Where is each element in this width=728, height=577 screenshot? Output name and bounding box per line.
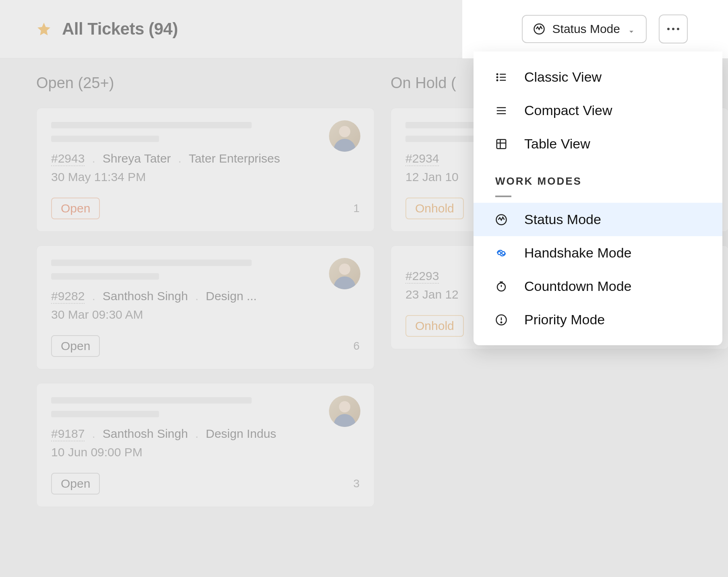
svg-point-18 xyxy=(502,251,505,255)
status-mode-dropdown-button[interactable]: Status Mode xyxy=(522,15,647,43)
svg-point-17 xyxy=(498,251,501,255)
ticket-card[interactable]: #2943.Shreya Tater.Tater Enterprises30 M… xyxy=(36,108,374,232)
star-icon xyxy=(36,21,52,37)
svg-rect-13 xyxy=(497,139,506,148)
countdown-icon xyxy=(495,280,507,293)
ticket-count: 6 xyxy=(353,340,360,352)
ticket-person: Santhosh Singh xyxy=(103,427,188,441)
svg-point-8 xyxy=(497,80,498,81)
svg-point-24 xyxy=(501,322,502,323)
board-column: Open (25+)#2943.Shreya Tater.Tater Enter… xyxy=(36,74,374,561)
ticket-company: Design ... xyxy=(206,289,257,303)
view-mode-dropdown: Classic ViewCompact ViewTable ViewWORK M… xyxy=(474,52,722,345)
menu-item-label: Countdown Mode xyxy=(524,278,632,294)
svg-point-2 xyxy=(672,28,674,30)
menu-item-countdown-mode[interactable]: Countdown Mode xyxy=(474,270,722,303)
ticket-meta: #2943.Shreya Tater.Tater Enterprises xyxy=(51,152,360,166)
svg-point-6 xyxy=(497,76,498,78)
status-badge[interactable]: Open xyxy=(51,198,100,219)
menu-item-classic-view[interactable]: Classic View xyxy=(474,60,722,94)
menu-item-label: Handshake Mode xyxy=(524,245,632,261)
skeleton-line xyxy=(51,260,252,266)
ticket-count: 3 xyxy=(353,477,360,490)
skeleton-line xyxy=(51,397,252,404)
ticket-timestamp: 30 May 11:34 PM xyxy=(51,170,360,184)
ticket-meta: #9187.Santhosh Singh.Design Indus xyxy=(51,427,360,441)
ticket-company: Tater Enterprises xyxy=(189,152,280,165)
ticket-id[interactable]: #2943 xyxy=(51,152,85,166)
ticket-id[interactable]: #9187 xyxy=(51,427,85,441)
page-title: All Tickets (94) xyxy=(62,19,178,39)
ticket-timestamp: 10 Jun 09:00 PM xyxy=(51,445,360,459)
ticket-id[interactable]: #2934 xyxy=(405,152,439,166)
menu-item-label: Status Mode xyxy=(524,212,601,227)
status-badge[interactable]: Onhold xyxy=(405,315,464,337)
svg-point-1 xyxy=(667,28,670,30)
avatar xyxy=(329,120,360,152)
menu-item-compact-view[interactable]: Compact View xyxy=(474,94,722,127)
menu-item-label: Priority Mode xyxy=(524,312,605,328)
ticket-person: Santhosh Singh xyxy=(103,289,188,303)
ticket-card[interactable]: #9187.Santhosh Singh.Design Indus10 Jun … xyxy=(36,383,374,507)
status-badge[interactable]: Open xyxy=(51,335,100,357)
svg-point-3 xyxy=(677,28,679,30)
skeleton-line xyxy=(51,122,252,128)
chevron-down-icon xyxy=(627,25,635,33)
menu-divider xyxy=(495,196,511,197)
more-options-button[interactable] xyxy=(659,14,688,43)
mode-button-label: Status Mode xyxy=(552,22,620,36)
menu-item-priority-mode[interactable]: Priority Mode xyxy=(474,303,722,336)
table-icon xyxy=(495,138,507,150)
ticket-company: Design Indus xyxy=(206,427,276,441)
avatar xyxy=(329,396,360,427)
svg-point-4 xyxy=(497,74,498,75)
priority-icon xyxy=(495,314,507,326)
status-badge[interactable]: Open xyxy=(51,473,100,495)
more-horizontal-icon xyxy=(666,26,680,32)
avatar xyxy=(329,258,360,289)
menu-section-header: WORK MODES xyxy=(474,161,722,192)
status-badge[interactable]: Onhold xyxy=(405,198,464,219)
column-title: Open (25+) xyxy=(36,74,374,92)
ticket-person: Shreya Tater xyxy=(103,152,171,165)
menu-item-label: Compact View xyxy=(524,103,612,118)
skeleton-line xyxy=(51,411,159,417)
status-icon xyxy=(495,214,507,226)
menu-item-label: Table View xyxy=(524,136,590,152)
menu-item-label: Classic View xyxy=(524,69,602,85)
ticket-meta: #9282.Santhosh Singh.Design ... xyxy=(51,289,360,304)
lines-icon xyxy=(495,105,507,117)
status-icon xyxy=(533,23,545,35)
ticket-id[interactable]: #2293 xyxy=(405,269,439,284)
ticket-timestamp: 30 Mar 09:30 AM xyxy=(51,308,360,321)
skeleton-line xyxy=(51,136,159,142)
menu-item-status-mode[interactable]: Status Mode xyxy=(474,203,722,236)
handshake-icon xyxy=(495,247,507,259)
ticket-id[interactable]: #9282 xyxy=(51,289,85,304)
ticket-count: 1 xyxy=(353,202,360,215)
ticket-card[interactable]: #9282.Santhosh Singh.Design ...30 Mar 09… xyxy=(36,245,374,369)
list-icon xyxy=(495,71,507,83)
menu-item-table-view[interactable]: Table View xyxy=(474,127,722,161)
skeleton-line xyxy=(51,273,159,280)
menu-item-handshake-mode[interactable]: Handshake Mode xyxy=(474,236,722,270)
